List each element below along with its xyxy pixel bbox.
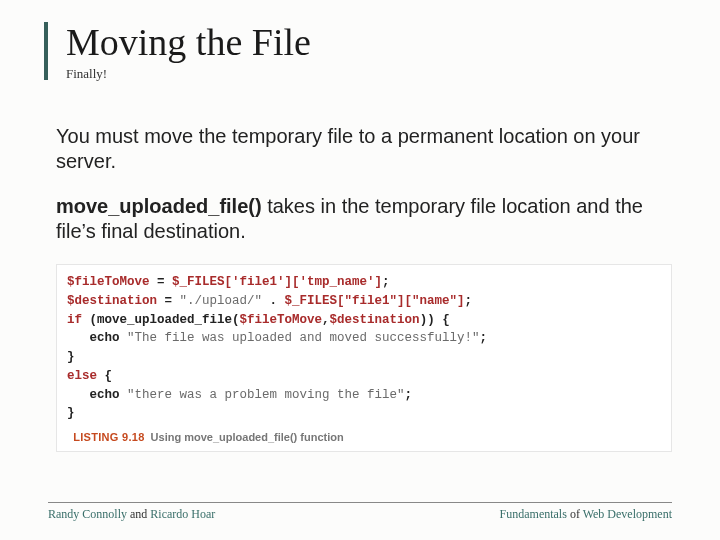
paragraph-1: You must move the temporary file to a pe… (56, 124, 672, 174)
code-token: "The file was uploaded and moved success… (127, 331, 480, 345)
footer-authors: Randy Connolly and Ricardo Hoar (48, 507, 215, 522)
and-text: and (127, 507, 150, 521)
code-token: $destination (67, 294, 157, 308)
of-text: of (567, 507, 583, 521)
code-token: , (322, 313, 330, 327)
code-token: move_uploaded_file (97, 313, 232, 327)
author-2: Ricardo Hoar (150, 507, 215, 521)
listing-caption-row: LISTING 9.18Using move_uploaded_file() f… (67, 412, 344, 445)
code-token: ( (82, 313, 97, 327)
code-token: } (67, 350, 75, 364)
code-token: else (67, 369, 97, 383)
code-token: . (262, 294, 285, 308)
footer: Randy Connolly and Ricardo Hoar Fundamen… (48, 502, 672, 522)
code-token: ( (232, 313, 240, 327)
code-token: ; (382, 275, 390, 289)
code-listing: $fileToMove = $_FILES['file1']['tmp_name… (56, 264, 672, 452)
code-token: = (150, 275, 173, 289)
footer-book: Fundamentals of Web Development (500, 507, 672, 522)
code-token: ; (405, 388, 413, 402)
code-token: )) { (420, 313, 450, 327)
code-token: { (97, 369, 112, 383)
code-token: echo (67, 331, 127, 345)
function-name: move_uploaded_file() (56, 195, 262, 217)
book-word-2: Web Development (583, 507, 672, 521)
slide: Moving the File Finally! You must move t… (0, 0, 720, 540)
slide-title: Moving the File (66, 20, 672, 64)
code-token: "there was a problem moving the file" (127, 388, 405, 402)
listing-caption: Using move_uploaded_file() function (151, 431, 344, 443)
code-token: $destination (330, 313, 420, 327)
listing-number: LISTING 9.18 (73, 431, 144, 443)
slide-subtitle: Finally! (66, 66, 672, 82)
code-token: $_FILES["file1"]["name"] (285, 294, 465, 308)
code-token: $_FILES['file1']['tmp_name'] (172, 275, 382, 289)
code-token: if (67, 313, 82, 327)
code-token: = (157, 294, 180, 308)
code-token: $fileToMove (67, 275, 150, 289)
code-token: "./upload/" (180, 294, 263, 308)
author-1: Randy Connolly (48, 507, 127, 521)
footer-rule (48, 502, 672, 503)
code-token: ; (480, 331, 488, 345)
code-token: echo (67, 388, 127, 402)
code-token: ; (465, 294, 473, 308)
book-word-1: Fundamentals (500, 507, 567, 521)
paragraph-2: move_uploaded_file() takes in the tempor… (56, 194, 672, 244)
accent-bar (44, 22, 48, 80)
code-token: $fileToMove (240, 313, 323, 327)
